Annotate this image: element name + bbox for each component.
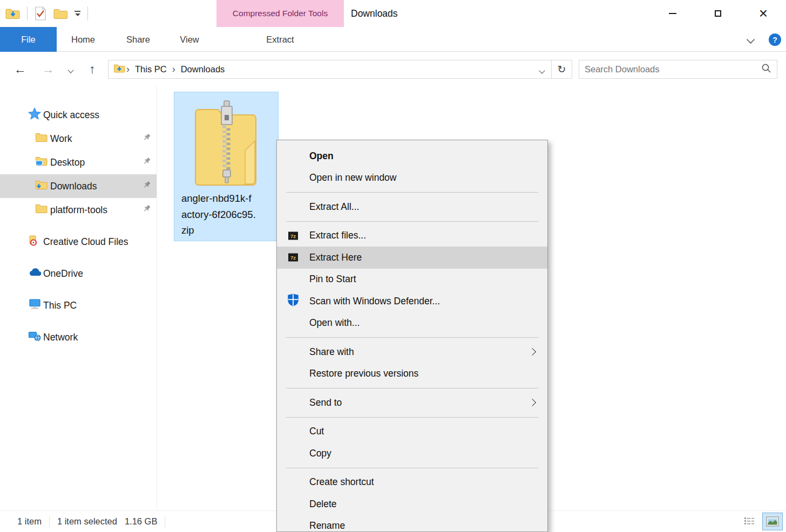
- close-icon: ×: [759, 6, 768, 21]
- tab-share[interactable]: Share: [114, 27, 162, 52]
- zip-file-icon: [193, 99, 259, 188]
- context-menu: Open Open in new window Extract All... 7…: [276, 140, 548, 532]
- sidebar-item-this-pc[interactable]: This PC: [0, 294, 157, 317]
- new-folder-icon[interactable]: [53, 8, 67, 20]
- sidebar-item-quick-access[interactable]: Quick access: [0, 103, 157, 127]
- contextual-tab-compressed-folder-tools[interactable]: Compressed Folder Tools: [216, 0, 344, 27]
- menu-item-create-shortcut[interactable]: Create shortcut: [277, 472, 547, 494]
- sidebar-item-onedrive[interactable]: OneDrive: [0, 262, 157, 285]
- maximize-button[interactable]: [695, 0, 741, 27]
- close-button[interactable]: ×: [741, 0, 786, 27]
- menu-item-cut[interactable]: Cut: [277, 421, 547, 443]
- menu-item-open-in-new-window[interactable]: Open in new window: [277, 167, 547, 189]
- navigation-pane: Quick access Work Desktop: [0, 86, 157, 510]
- menu-separator: [286, 337, 538, 338]
- properties-icon[interactable]: [35, 6, 46, 21]
- forward-button[interactable]: →: [39, 52, 57, 86]
- folder-icon: [35, 203, 48, 217]
- customize-toolbar-dropdown-icon[interactable]: [74, 11, 80, 16]
- sidebar-item-creative-cloud-files[interactable]: Creative Cloud Files: [0, 230, 157, 254]
- desktop-folder-icon: [35, 156, 48, 169]
- menu-item-send-to[interactable]: Send to: [277, 392, 547, 414]
- address-dropdown-chevron-icon[interactable]: [539, 67, 545, 73]
- item-count: 1 item: [17, 516, 42, 527]
- pin-icon: [143, 157, 151, 168]
- ribbon-tab-row: File Home Share View Extract ?: [0, 27, 786, 52]
- breadcrumb-this-pc[interactable]: This PC: [131, 60, 171, 78]
- toolbar-separator: [87, 6, 88, 21]
- 7-zip-icon: 7z: [288, 231, 298, 240]
- window-controls: ×: [650, 0, 786, 27]
- search-input[interactable]: [585, 64, 761, 74]
- menu-item-open[interactable]: Open: [277, 145, 547, 167]
- details-view-icon: [743, 516, 755, 527]
- sidebar-item-desktop[interactable]: Desktop: [0, 151, 157, 174]
- sidebar-item-downloads[interactable]: Downloads: [0, 174, 157, 198]
- menu-item-pin-to-start[interactable]: Pin to Start: [277, 269, 547, 291]
- details-view-button[interactable]: [739, 513, 760, 530]
- menu-item-extract-files[interactable]: 7z Extract files...: [277, 225, 547, 247]
- onedrive-cloud-icon: [28, 268, 42, 280]
- sidebar-item-platform-tools[interactable]: platform-tools: [0, 198, 157, 222]
- view-switcher: [739, 513, 783, 530]
- menu-separator: [286, 388, 538, 388]
- menu-separator: [286, 417, 538, 418]
- title-bar: Compressed Folder Tools Downloads ×: [0, 0, 786, 27]
- refresh-icon: ↻: [558, 63, 566, 76]
- downloads-folder-icon[interactable]: [5, 7, 20, 20]
- submenu-arrow-icon: [528, 348, 536, 356]
- search-icon[interactable]: [761, 63, 771, 76]
- back-button[interactable]: ←: [11, 52, 29, 86]
- maximize-icon: [715, 10, 721, 17]
- creative-cloud-folder-icon: [28, 235, 40, 249]
- up-button[interactable]: ↑: [83, 52, 101, 86]
- refresh-button[interactable]: ↻: [551, 60, 572, 79]
- windows-defender-icon: [286, 293, 300, 310]
- thumbnail-view-button[interactable]: [762, 513, 783, 530]
- menu-item-copy[interactable]: Copy: [277, 442, 547, 465]
- status-divider: [165, 516, 165, 528]
- help-button[interactable]: ?: [769, 33, 781, 46]
- file-item-zip[interactable]: angler-nbd91k-f actory-6f206c95. zip: [174, 92, 279, 241]
- minimize-icon: [669, 13, 676, 14]
- menu-item-open-with[interactable]: Open with...: [277, 312, 547, 335]
- minimize-button[interactable]: [650, 0, 695, 27]
- downloads-folder-icon: [35, 180, 48, 193]
- tab-view[interactable]: View: [166, 27, 213, 52]
- quick-access-star-icon: [28, 107, 41, 122]
- sidebar-item-work[interactable]: Work: [0, 127, 157, 151]
- selection-count: 1 item selected: [57, 516, 117, 527]
- tab-file[interactable]: File: [0, 27, 57, 52]
- menu-separator: [286, 221, 538, 222]
- recent-locations-chevron-icon[interactable]: [67, 67, 73, 73]
- pin-icon: [143, 133, 151, 145]
- computer-icon: [28, 298, 42, 313]
- network-icon: [28, 330, 42, 345]
- menu-item-scan-with-windows-defender[interactable]: Scan with Windows Defender...: [277, 290, 547, 312]
- selection-size: 1.16 GB: [125, 516, 158, 527]
- breadcrumb-separator: ›: [171, 64, 177, 75]
- 7-zip-icon: 7z: [288, 254, 298, 262]
- menu-item-restore-previous-versions[interactable]: Restore previous versions: [277, 363, 547, 385]
- address-bar[interactable]: › This PC › Downloads: [108, 60, 552, 79]
- breadcrumb-downloads[interactable]: Downloads: [177, 60, 229, 78]
- menu-item-rename[interactable]: Rename: [277, 515, 547, 532]
- menu-item-share-with[interactable]: Share with: [277, 341, 547, 363]
- minimize-ribbon-chevron-icon[interactable]: [747, 36, 755, 44]
- thumbnail-view-icon: [766, 516, 779, 527]
- menu-item-extract-all[interactable]: Extract All...: [277, 196, 547, 218]
- menu-item-delete[interactable]: Delete: [277, 493, 547, 515]
- sidebar-item-network[interactable]: Network: [0, 325, 157, 349]
- forward-arrow-icon: →: [42, 62, 55, 77]
- toolbar-separator: [27, 6, 28, 21]
- pin-icon: [143, 181, 151, 192]
- tab-extract[interactable]: Extract: [216, 27, 344, 52]
- menu-item-extract-here[interactable]: 7z Extract Here: [277, 247, 547, 269]
- search-box: [579, 60, 777, 79]
- file-name: angler-nbd91k-f actory-6f206c95. zip: [174, 190, 278, 238]
- tab-home[interactable]: Home: [59, 27, 107, 52]
- navigation-bar: ← → ↑ › This PC › Downloads ↻: [0, 52, 786, 86]
- menu-separator: [286, 468, 538, 468]
- help-icon: ?: [773, 36, 777, 44]
- up-arrow-icon: ↑: [89, 62, 96, 77]
